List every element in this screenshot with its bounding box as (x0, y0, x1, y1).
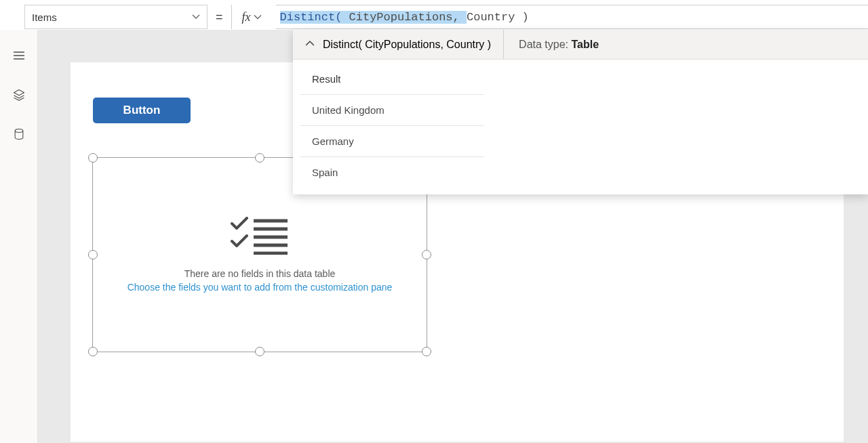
formula-token: ) (522, 11, 529, 24)
property-selector-value: Items (32, 12, 57, 23)
result-row[interactable]: United Kingdom (300, 95, 484, 126)
layers-icon[interactable] (11, 87, 27, 103)
result-header: Result (300, 64, 484, 95)
formula-token: Distinct( (280, 11, 349, 24)
datatype-value: Table (571, 39, 599, 50)
intellisense-result-column: Result United KingdomGermanySpain (300, 64, 484, 188)
checklist-icon (231, 217, 289, 257)
result-row[interactable]: Spain (300, 157, 484, 188)
placeholder-line2[interactable]: Choose the fields you want to add from t… (127, 282, 393, 293)
property-selector[interactable]: Items (24, 5, 208, 29)
button-label: Button (123, 104, 161, 117)
formula-token: CityPopulations (349, 11, 453, 24)
button-control[interactable]: Button (93, 98, 191, 123)
placeholder-line1: There are no fields in this data table (184, 268, 336, 279)
formula-token: , (453, 11, 467, 24)
chevron-down-icon (192, 12, 200, 23)
chevron-down-icon (254, 13, 262, 21)
data-icon[interactable] (11, 126, 27, 142)
formula-input[interactable]: Distinct( CityPopulations, Country ) (276, 5, 868, 29)
intellisense-header: Distinct( CityPopulations, Country ) Dat… (293, 30, 868, 60)
fx-button[interactable]: fx (231, 5, 272, 29)
chevron-up-icon[interactable] (305, 39, 315, 51)
hamburger-icon[interactable] (11, 47, 27, 64)
fx-icon: fx (242, 10, 251, 24)
formula-token: Country (467, 11, 522, 24)
equals-label: = (212, 10, 227, 24)
formula-intellisense: Distinct( CityPopulations, Country ) Dat… (293, 30, 868, 194)
intellisense-expression: Distinct( CityPopulations, Country ) (323, 39, 491, 51)
datatype-label: Data type: (519, 39, 568, 50)
result-row[interactable]: Germany (300, 126, 484, 157)
left-rail (0, 30, 38, 443)
